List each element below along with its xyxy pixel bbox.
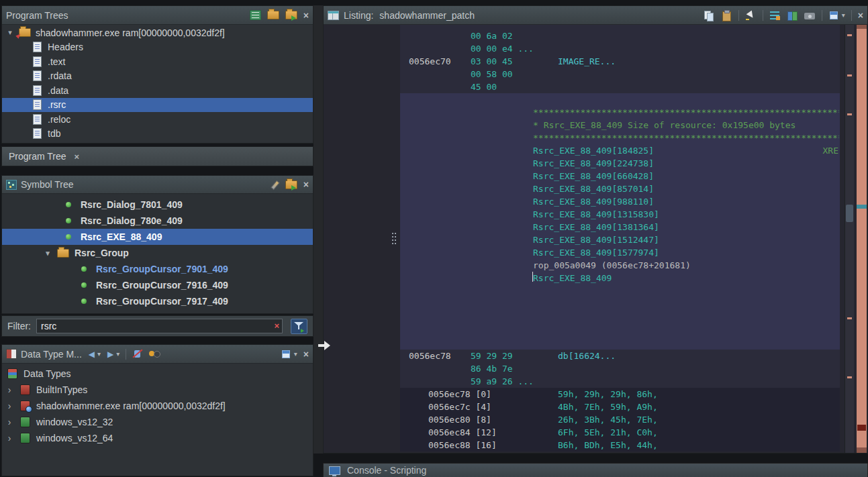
listing-line[interactable]: Rsrc_EXE_88_409[184825]XRE — [400, 144, 840, 157]
close-icon[interactable]: × — [303, 179, 309, 190]
listing-line[interactable]: 45 00 — [400, 81, 840, 93]
splitter-collapse-arrow-icon[interactable] — [317, 341, 332, 350]
new-window-icon[interactable] — [281, 350, 291, 359]
tree-node[interactable]: .rdata — [2, 69, 313, 84]
expander-icon[interactable]: ▾ — [44, 249, 52, 258]
previous-dropdown-icon[interactable]: ▾ — [97, 350, 101, 358]
reload-tree-icon[interactable] — [250, 10, 261, 20]
symbol-label: Rsrc_Dialog_780e_409 — [81, 215, 183, 226]
listing-line[interactable]: 0056ec7859 29 29db[16624... — [400, 350, 840, 362]
tree-node[interactable]: .data — [2, 83, 313, 98]
symbol-tree-node[interactable]: Rsrc_GroupCursor_7901_409 — [2, 261, 313, 277]
overview-segment — [857, 425, 866, 431]
collapsed-chevron-icon[interactable]: › — [5, 417, 14, 427]
listing-scrollbar[interactable] — [845, 25, 854, 453]
listing-line[interactable]: 0056ec84 [12]6Fh, 5Eh, 21h, C0h, — [400, 426, 840, 439]
data-type-node[interactable]: ›BuiltInTypes — [2, 382, 313, 398]
clear-filter-icon[interactable]: × — [274, 321, 279, 331]
data-type-node[interactable]: ›windows_vs12_32 — [2, 414, 313, 430]
copy-icon[interactable] — [703, 10, 715, 21]
panel-splitter[interactable] — [314, 5, 323, 454]
overview-ruler[interactable] — [857, 25, 867, 453]
edit-fields-icon[interactable] — [769, 10, 781, 21]
listing-line[interactable]: 00 58 00 — [400, 68, 840, 81]
listing-line[interactable]: Rsrc_EXE_88_409[1315830] — [400, 208, 840, 221]
listing-line[interactable]: Rsrc_EXE_88_409[1577974] — [400, 246, 840, 259]
listing-line[interactable]: Rsrc_EXE_88_409[857014] — [400, 182, 840, 195]
listing-line[interactable]: Rsrc_EXE_88_409[660428] — [400, 170, 840, 182]
close-icon[interactable]: × — [303, 349, 309, 360]
options-dropdown-icon[interactable]: ▾ — [294, 350, 297, 358]
listing-line[interactable]: Rsrc_EXE_88_409[224738] — [400, 157, 840, 170]
collapsed-chevron-icon[interactable]: › — [5, 401, 14, 411]
symbol-tree-node[interactable]: Rsrc_Dialog_780e_409 — [2, 213, 313, 229]
tree-node[interactable]: .rsrc — [2, 98, 313, 113]
close-icon[interactable]: × — [858, 10, 863, 21]
tree-node[interactable]: .reloc — [2, 112, 313, 127]
symbol-tree-node[interactable]: Rsrc_EXE_88_409 — [2, 229, 313, 245]
data-types-root[interactable]: Data Types — [2, 366, 313, 382]
tree-node[interactable]: Headers — [2, 40, 313, 55]
console-icon — [329, 466, 340, 475]
ghidra-workspace: Program Trees × ▾shadowhammer.exe ram[00… — [0, 0, 868, 477]
listing-line[interactable]: Rsrc_EXE_88_409[1381364] — [400, 221, 840, 233]
collapsed-chevron-icon[interactable]: › — [5, 433, 14, 443]
listing-line[interactable]: ****************************************… — [400, 131, 840, 144]
sub-address: 0056ec78 [0] — [428, 388, 491, 401]
next-dropdown-icon[interactable]: ▾ — [116, 350, 119, 358]
open-folder-icon[interactable] — [267, 11, 279, 19]
symbol-tree-node[interactable]: Rsrc_GroupCursor_ — [2, 309, 313, 313]
cursor-location-icon[interactable] — [744, 10, 757, 21]
listing-line[interactable]: 0056ec7003 00 45IMAGE_RE... — [400, 55, 840, 68]
filter-input[interactable] — [36, 319, 283, 333]
paste-icon[interactable] — [720, 10, 732, 21]
address: 0056ec70 — [409, 55, 451, 68]
listing-line[interactable]: Rsrc_EXE_88_409[988110] — [400, 195, 840, 208]
edit-symbol-icon[interactable] — [269, 180, 279, 190]
tree-node[interactable]: tdb — [2, 127, 313, 142]
console-panel-header[interactable]: Console - Scripting — [323, 463, 868, 477]
symbol-tree-node[interactable]: Rsrc_GroupCursor_7916_409 — [2, 277, 313, 293]
drag-handle-icon[interactable] — [391, 231, 398, 248]
next-datatype-icon[interactable]: ▶ — [107, 350, 113, 359]
symbol-tree-node[interactable]: Rsrc_GroupCursor_7917_409 — [2, 293, 313, 309]
listing-line[interactable]: Rsrc_EXE_88_409 — [400, 272, 840, 284]
listing-line[interactable]: * Rsrc_EXE_88_409 Size of resource: 0x19… — [400, 119, 840, 131]
listing-line[interactable]: 00 00 e4 ... — [400, 42, 840, 55]
listing-line[interactable]: 86 4b 7e — [400, 362, 840, 375]
program-tree-tab[interactable]: Program Tree × — [1, 146, 314, 166]
save-tree-icon[interactable] — [285, 11, 297, 19]
listing-line[interactable]: 0056ec88 [16]B6h, BDh, E5h, 44h, — [400, 439, 840, 452]
goto-symbol-icon[interactable] — [285, 180, 297, 189]
listing-line[interactable]: 00 6a 02 — [400, 30, 840, 42]
listing-line[interactable]: ****************************************… — [400, 106, 840, 119]
filter-arrays-icon[interactable] — [132, 349, 143, 359]
tab-close-icon[interactable]: × — [75, 152, 80, 162]
listing-line[interactable]: 0056ec7c [4]4Bh, 7Eh, 59h, A9h, — [400, 401, 840, 413]
listing-dropdown-icon[interactable]: ▾ — [842, 11, 845, 19]
listing-line[interactable]: 59 a9 26 ... — [400, 375, 840, 388]
listing-line[interactable] — [400, 93, 840, 106]
scrollbar-thumb[interactable] — [846, 205, 853, 222]
symbol-tree-node[interactable]: Rsrc_Dialog_7801_409 — [2, 197, 313, 213]
listing-line[interactable]: 0056ec78 [0]59h, 29h, 29h, 86h, — [400, 388, 840, 401]
listing-line[interactable]: rop_005a0049 (0056ec78+201681) — [400, 259, 840, 272]
data-type-node[interactable]: ›shadowhammer.exe ram[00000000,0032df2f] — [2, 398, 313, 414]
listing-body[interactable]: 00 6a 0200 00 e4 ...0056ec7003 00 45IMAG… — [324, 25, 845, 453]
preview-window-icon[interactable] — [148, 349, 159, 359]
new-listing-window-icon[interactable] — [828, 11, 839, 20]
previous-datatype-icon[interactable]: ◀ — [89, 350, 95, 359]
listing-line[interactable]: 0056ec80 [8]26h, 3Bh, 45h, 7Eh, — [400, 413, 840, 426]
diff-view-icon[interactable] — [786, 10, 798, 21]
tree-node[interactable]: .text — [2, 54, 313, 69]
tree-node-root[interactable]: ▾shadowhammer.exe ram[00000000,0032df2f] — [2, 25, 313, 40]
snapshot-icon[interactable] — [804, 10, 816, 21]
listing-line[interactable]: Rsrc_EXE_88_409[1512447] — [400, 233, 840, 246]
symbol-tree-node[interactable]: ▾Rsrc_Group — [2, 245, 313, 261]
close-icon[interactable]: × — [303, 10, 309, 21]
data-type-node[interactable]: ›windows_vs12_64 — [2, 430, 313, 446]
expander-icon[interactable]: ▾ — [6, 28, 14, 37]
fragment-icon — [33, 99, 42, 110]
collapsed-chevron-icon[interactable]: › — [5, 384, 14, 395]
filter-options-button[interactable] — [291, 319, 307, 334]
